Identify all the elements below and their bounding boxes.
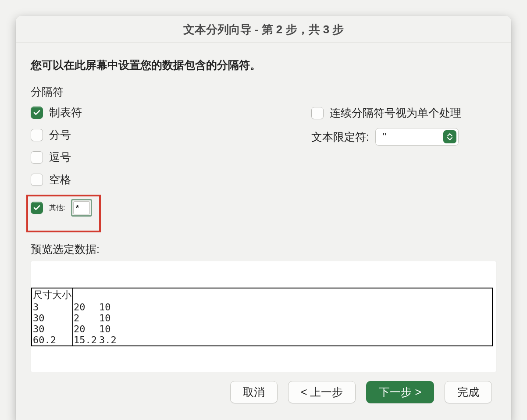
delimiter-comma-label: 逗号 [49, 150, 71, 164]
text-qualifier-combo[interactable]: " [375, 128, 459, 146]
delimiter-semicolon-label: 分号 [49, 128, 71, 142]
table-row: 30210 [32, 313, 492, 324]
delimiter-comma-row: 逗号 [31, 150, 311, 164]
treat-consecutive-checkbox[interactable] [311, 107, 324, 119]
text-to-columns-dialog: 文本分列向导 - 第 2 步，共 3 步 您可以在此屏幕中设置您的数据包含的分隔… [16, 16, 511, 420]
delimiter-space-label: 空格 [49, 172, 71, 187]
preview-table: 尺寸大小 32010 30210 302010 60.215.23.2 [31, 288, 493, 346]
table-row: 302010 [32, 324, 492, 335]
table-row: 32010 [32, 302, 492, 313]
table-row: 60.215.23.2 [32, 335, 492, 346]
text-qualifier-value: " [383, 131, 387, 143]
delimiter-other-label: 其他: [49, 203, 65, 213]
delimiters-label: 分隔符 [31, 85, 311, 99]
stepper-arrows-icon [443, 130, 456, 143]
preview-label: 预览选定数据: [31, 242, 496, 256]
delimiter-other-highlight: 其他: [26, 195, 101, 232]
finish-button[interactable]: 完成 [445, 381, 492, 403]
delimiter-tab-checkbox[interactable] [31, 107, 43, 119]
delimiter-other-input[interactable] [73, 201, 90, 214]
delimiter-space-row: 空格 [31, 172, 311, 187]
delimiter-tab-label: 制表符 [49, 105, 82, 120]
delimiter-semicolon-checkbox[interactable] [31, 129, 43, 141]
delimiter-tab-row: 制表符 [31, 105, 311, 120]
delimiter-space-checkbox[interactable] [31, 174, 43, 186]
delimiter-other-checkbox[interactable] [31, 202, 43, 214]
dialog-title: 文本分列向导 - 第 2 步，共 3 步 [16, 16, 511, 43]
button-bar: 取消 < 上一步 下一步 > 完成 [31, 372, 496, 414]
instruction-text: 您可以在此屏幕中设置您的数据包含的分隔符。 [31, 58, 496, 72]
delimiter-semicolon-row: 分号 [31, 128, 311, 142]
preview-pane[interactable]: 尺寸大小 32010 30210 302010 60.215.23.2 [31, 261, 496, 372]
treat-consecutive-label: 连续分隔符号视为单个处理 [330, 106, 461, 120]
text-qualifier-label: 文本限定符: [311, 130, 369, 144]
next-button[interactable]: 下一步 > [366, 381, 434, 403]
delimiter-comma-checkbox[interactable] [31, 151, 43, 164]
treat-consecutive-row: 连续分隔符号视为单个处理 [311, 106, 496, 120]
dialog-content: 您可以在此屏幕中设置您的数据包含的分隔符。 分隔符 制表符 分号 [16, 43, 511, 420]
table-row: 尺寸大小 [32, 288, 492, 302]
text-qualifier-row: 文本限定符: " [311, 128, 496, 146]
delimiter-other-input-frame [71, 199, 92, 217]
cancel-button[interactable]: 取消 [230, 381, 278, 403]
back-button[interactable]: < 上一步 [288, 381, 356, 403]
